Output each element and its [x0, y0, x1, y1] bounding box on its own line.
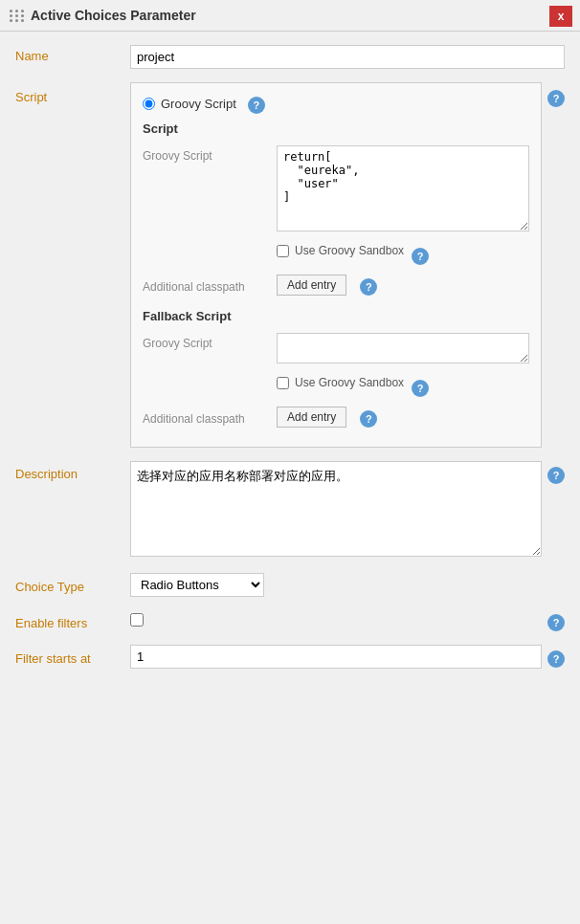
choice-type-label: Choice Type: [15, 576, 130, 594]
fallback-sandbox-checkbox[interactable]: [277, 377, 289, 389]
name-row: Name: [15, 45, 565, 69]
sandbox-row: Use Groovy Sandbox ?: [277, 244, 529, 265]
groovy-script-row: Groovy Script return[ "eureka", "user" ]: [143, 145, 529, 234]
dialog-titlebar: Active Choices Parameter x: [0, 0, 580, 32]
sandbox-checkbox-row: Use Groovy Sandbox: [277, 244, 404, 257]
filter-starts-help-icon[interactable]: ?: [547, 650, 565, 668]
fallback-sandbox-label: Use Groovy Sandbox: [295, 376, 404, 389]
drag-handle: [10, 10, 23, 22]
filter-starts-row: Filter starts at ?: [15, 645, 565, 669]
fallback-sandbox-checkbox-row: Use Groovy Sandbox: [277, 376, 404, 389]
script-section-help-icon[interactable]: ?: [547, 90, 565, 107]
choice-type-select[interactable]: Radio Buttons Check Boxes Multi Select S…: [130, 573, 264, 597]
fallback-groovy-control: [277, 333, 529, 366]
name-label: Name: [15, 45, 130, 63]
add-entry-button[interactable]: Add entry: [277, 275, 346, 296]
enable-filters-row: Enable filters ?: [15, 610, 565, 631]
fallback-groovy-textarea[interactable]: [277, 333, 529, 363]
name-input[interactable]: [130, 45, 565, 69]
groovy-script-radio[interactable]: [143, 98, 155, 110]
choice-type-row: Choice Type Radio Buttons Check Boxes Mu…: [15, 573, 565, 597]
groovy-script-textarea[interactable]: return[ "eureka", "user" ]: [277, 145, 529, 231]
groovy-script-radio-row: Groovy Script ?: [143, 93, 529, 114]
filter-starts-control-wrap: [130, 645, 542, 669]
classpath-row: Additional classpath Add entry ?: [143, 275, 529, 296]
sandbox-label: Use Groovy Sandbox: [295, 244, 404, 257]
name-control-wrap: [130, 45, 565, 69]
fallback-add-entry-button[interactable]: Add entry: [277, 407, 346, 428]
close-button[interactable]: x: [549, 6, 572, 27]
description-help-icon[interactable]: ?: [547, 467, 565, 484]
fallback-groovy-label: Groovy Script: [143, 333, 277, 350]
dialog-title: Active Choices Parameter: [31, 8, 570, 23]
description-textarea[interactable]: 选择对应的应用名称部署对应的应用。: [130, 461, 542, 557]
script-label: Script: [15, 82, 130, 104]
description-row: Description 选择对应的应用名称部署对应的应用。 ?: [15, 461, 565, 560]
form-body: Name Script Groovy Script ? Script: [0, 32, 580, 695]
groovy-script-control: return[ "eureka", "user" ]: [277, 145, 529, 234]
groovy-script-radio-label: Groovy Script: [161, 97, 236, 111]
filter-starts-input[interactable]: [130, 645, 542, 669]
description-label: Description: [15, 461, 130, 481]
script-type-help-icon[interactable]: ?: [248, 97, 265, 114]
filter-starts-label: Filter starts at: [15, 648, 130, 666]
enable-filters-help-icon[interactable]: ?: [547, 614, 565, 631]
choice-type-control-wrap: Radio Buttons Check Boxes Multi Select S…: [130, 573, 565, 597]
classpath-help-icon[interactable]: ?: [360, 278, 377, 296]
enable-filters-control-wrap: [130, 613, 542, 629]
enable-filters-label: Enable filters: [15, 612, 130, 630]
classpath-control: Add entry ?: [277, 275, 529, 296]
fallback-heading: Fallback Script: [143, 309, 529, 323]
enable-filters-checkbox[interactable]: [130, 613, 144, 627]
fallback-classpath-control: Add entry ?: [277, 407, 529, 428]
classpath-label: Additional classpath: [143, 276, 277, 294]
script-row: Script Groovy Script ? Script Groovy Scr…: [15, 82, 565, 448]
sandbox-help-icon[interactable]: ?: [412, 248, 429, 265]
fallback-classpath-help-icon[interactable]: ?: [360, 410, 377, 428]
dialog: Active Choices Parameter x Name Script G…: [0, 0, 580, 924]
fallback-sandbox-row: Use Groovy Sandbox ?: [277, 376, 529, 397]
fallback-sandbox-help-icon[interactable]: ?: [412, 380, 429, 397]
groovy-script-label: Groovy Script: [143, 145, 277, 163]
sandbox-checkbox[interactable]: [277, 245, 289, 257]
fallback-classpath-label: Additional classpath: [143, 408, 277, 426]
fallback-groovy-row: Groovy Script: [143, 333, 529, 366]
fallback-classpath-row: Additional classpath Add entry ?: [143, 407, 529, 428]
script-control-wrap: Groovy Script ? Script Groovy Script ret…: [130, 82, 542, 448]
script-section: Groovy Script ? Script Groovy Script ret…: [130, 82, 542, 448]
description-control-wrap: 选择对应的应用名称部署对应的应用。: [130, 461, 542, 560]
script-section-heading: Script: [143, 121, 529, 136]
